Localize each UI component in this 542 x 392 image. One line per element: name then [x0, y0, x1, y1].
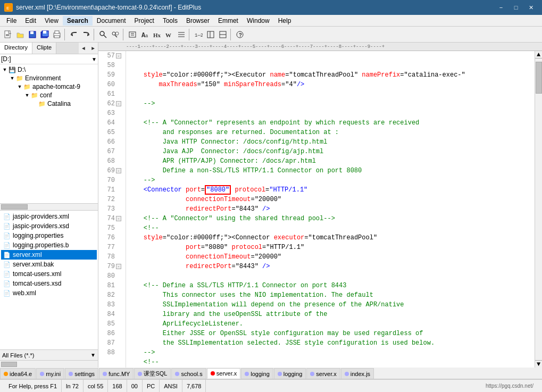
file-item[interactable]: 📄server.xml.bak — [1, 260, 97, 269]
editor-tab[interactable]: 课堂SQL — [134, 368, 171, 379]
sidebar-prev-btn[interactable]: ◄ — [79, 43, 88, 54]
tb-extra-7[interactable] — [205, 29, 216, 40]
editor-tab[interactable]: my.ini — [36, 368, 64, 379]
code-line: the SSLImplementation selected. JSSE sty… — [126, 338, 535, 348]
editor-tab[interactable]: idea64.e — [0, 368, 36, 379]
toolbar-sep-1 — [64, 29, 66, 40]
status-help: For Help, press F1 — [4, 380, 62, 392]
editor-tab[interactable]: func.MY — [99, 368, 134, 379]
maximize-button[interactable]: □ — [509, 2, 523, 13]
tree-item-environment[interactable]: ▼ 📁 Environment — [1, 74, 97, 82]
editor-tab[interactable]: school.s — [171, 368, 206, 379]
menu-item-help[interactable]: Help — [274, 16, 296, 26]
filter-dropdown-icon[interactable]: ▼ — [90, 352, 96, 358]
help-button[interactable]: ? — [234, 29, 246, 40]
files-hscroll[interactable] — [0, 360, 98, 368]
fold-button[interactable]: - — [116, 101, 121, 106]
vscroll-down-btn[interactable]: ▼ — [535, 360, 542, 368]
expand-icon: ▼ — [9, 76, 16, 81]
minimize-button[interactable]: − — [494, 2, 508, 13]
editor-tab[interactable]: settings — [65, 368, 98, 379]
files-hscroll-thumb[interactable] — [1, 362, 17, 367]
menu-item-emmet[interactable]: Emmet — [214, 16, 243, 26]
file-item[interactable]: 📄tomcat-users.xsd — [1, 279, 97, 288]
sidebar-tab-directory[interactable]: Directory — [0, 43, 32, 54]
fold-button[interactable]: - — [116, 216, 121, 221]
menu-item-search[interactable]: Search — [63, 16, 93, 26]
tree-label-catalina: Catalina — [47, 100, 71, 107]
tree-hscroll[interactable] — [0, 203, 98, 211]
editor-tab[interactable]: index.js — [341, 368, 374, 379]
new-button[interactable] — [2, 29, 14, 40]
open-button[interactable] — [14, 29, 26, 40]
print-button[interactable] — [51, 29, 63, 40]
fold-button[interactable]: - — [116, 53, 121, 59]
editor-tab[interactable]: logging — [241, 368, 273, 379]
sidebar-tab-clipte[interactable]: Clipte — [32, 43, 56, 54]
menu-item-project[interactable]: Project — [130, 16, 159, 26]
vscroll-up-btn[interactable]: ▲ — [535, 51, 542, 59]
tree-item-conf[interactable]: ▼ 📁 conf — [1, 91, 97, 99]
tb-extra-4[interactable]: W — [163, 29, 175, 40]
tb-extra-8[interactable] — [217, 29, 229, 40]
find-button[interactable] — [97, 29, 109, 40]
editor-tab[interactable]: logging — [274, 368, 306, 379]
sidebar-next-btn[interactable]: ► — [88, 43, 98, 54]
fold-button[interactable]: - — [116, 264, 121, 269]
line-number: 72 — [98, 195, 123, 204]
code-content[interactable]: style="color:#0000ff;"><Executor name="t… — [126, 51, 535, 368]
vscroll-thumb[interactable] — [536, 62, 542, 94]
tree-item-catalina[interactable]: 📁 Catalina — [1, 99, 97, 108]
file-icon: 📄 — [3, 223, 11, 230]
replace-button[interactable] — [110, 29, 121, 40]
menu-item-browser[interactable]: Browser — [182, 16, 214, 26]
file-item[interactable]: 📄tomcat-users.xml — [1, 269, 97, 279]
line-num-text: 61 — [107, 89, 115, 99]
menu-item-edit[interactable]: Edit — [21, 16, 40, 26]
status-bar: For Help, press F1 ln 72 col 55 168 00 P… — [0, 379, 542, 392]
menu-item-document[interactable]: Document — [93, 16, 130, 26]
tab-icon — [345, 372, 349, 376]
ruler: ----1----+----2----+----3----+----4----+… — [98, 43, 542, 51]
redo-button[interactable] — [80, 29, 92, 40]
sidebar-tabs: Directory Clipte ◄ ► — [0, 43, 98, 54]
window-title: server.xml [D:\Environment\apache-tomcat… — [16, 4, 201, 11]
tb-extra-2[interactable]: Aa — [139, 29, 151, 40]
line-num-text: 74 — [107, 214, 115, 223]
tree-item-tomcat[interactable]: ▼ 📁 apache-tomcat-9 — [1, 82, 97, 91]
file-item[interactable]: 📄jaspic-providers.xml — [1, 212, 97, 221]
drive-selector[interactable]: [D:] ▼ — [0, 54, 98, 64]
vertical-scrollbar[interactable]: ▼ ▲ — [535, 51, 542, 368]
file-name: logging.properties.b — [13, 241, 69, 249]
line-num-text: 86 — [107, 329, 115, 338]
menu-item-view[interactable]: View — [40, 16, 63, 26]
undo-button[interactable] — [68, 29, 80, 40]
tb-extra-6[interactable]: 1↔2 — [193, 29, 204, 40]
menu-item-window[interactable]: Window — [243, 16, 274, 26]
save-all-button[interactable] — [39, 29, 51, 40]
file-item[interactable]: 📄web.xml — [1, 288, 97, 298]
tab-icon — [175, 372, 179, 376]
line-num-text: 70 — [107, 176, 115, 185]
tree-item-drive[interactable]: ▼ 💾 D:\ — [1, 65, 97, 74]
file-item[interactable]: 📄logging.properties.b — [1, 240, 97, 250]
close-button[interactable]: ✕ — [524, 2, 538, 13]
menu-item-tools[interactable]: Tools — [159, 16, 182, 26]
filter-label[interactable]: All Files (*.*) — [2, 352, 90, 358]
fold-button[interactable]: - — [116, 168, 121, 173]
file-item[interactable]: 📄logging.properties — [1, 231, 97, 240]
tb-extra-3[interactable]: Hx — [151, 29, 163, 40]
file-item[interactable]: 📄jaspic-providers.xsd — [1, 221, 97, 231]
tb-extra-5[interactable] — [176, 29, 187, 40]
line-number: 59 — [98, 70, 123, 80]
editor-tab[interactable]: server.x — [306, 368, 340, 379]
tab-label: my.ini — [46, 371, 61, 377]
drive-dropdown-icon[interactable]: ▼ — [91, 56, 97, 62]
code-line: <!-- A "Connector" represents an endpoin… — [126, 118, 535, 128]
menu-item-file[interactable]: File — [2, 16, 21, 26]
tb-extra-1[interactable] — [127, 29, 138, 40]
file-item[interactable]: 📄server.xml — [1, 250, 97, 260]
save-button[interactable] — [27, 29, 38, 40]
hscroll-thumb[interactable] — [1, 204, 28, 210]
editor-tab[interactable]: server.x — [207, 368, 241, 379]
